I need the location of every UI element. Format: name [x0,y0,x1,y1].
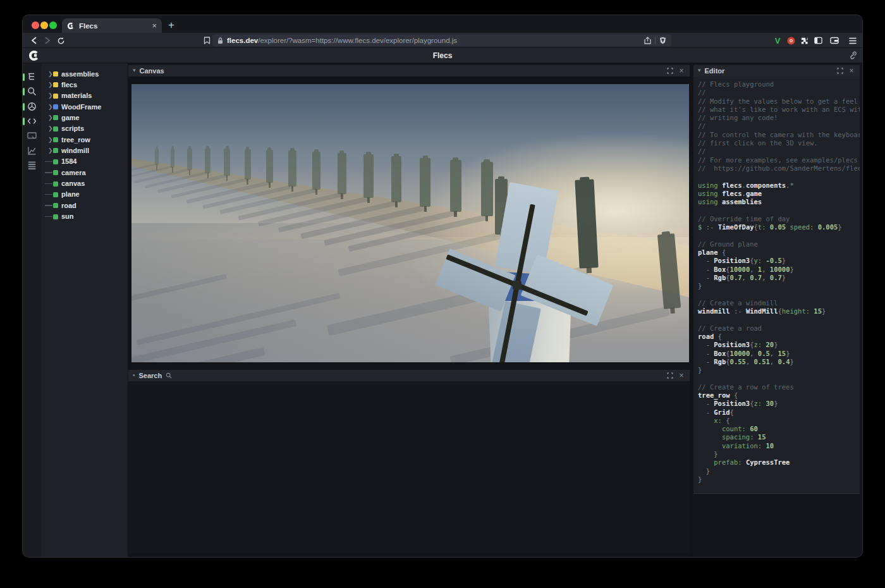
tree-item-1584[interactable]: 1584 [42,156,128,167]
minimize-window-button[interactable] [40,21,48,29]
queries-tool-icon[interactable] [27,161,38,171]
entity-color-swatch [53,214,58,219]
code-line: spacing: 15 [698,433,860,441]
sidebar-toggle-icon[interactable] [813,35,823,46]
cypress-tree [363,154,373,198]
code-line: prefab: CypressTree [698,458,860,467]
code-line: // To control the camera with the keyboa… [698,131,860,139]
editor-panel-header: ▾ Editor × [693,65,860,77]
browser-tab[interactable]: Flecs × [62,18,162,33]
extensions-puzzle-icon[interactable] [800,35,810,46]
url-bar-divider [655,37,656,44]
code-line: variation: 10 [698,442,860,450]
entity-color-swatch [53,94,58,99]
inspector-tool-icon[interactable] [27,132,38,142]
back-icon[interactable] [29,35,39,46]
tree-item-canvas[interactable]: canvas [42,178,128,189]
search-tool-icon[interactable] [27,87,38,97]
tree-item-scripts[interactable]: ❯scripts [42,123,128,134]
cypress-tree [288,150,296,186]
expand-arrow-icon[interactable]: ❯ [48,125,53,132]
code-line: // first click on the 3D view. [698,139,860,147]
brave-shield-icon[interactable] [659,37,666,44]
wallet-icon[interactable] [829,35,839,46]
tree-item-tree_row[interactable]: ❯tree_row [42,134,128,145]
tree-item-materials[interactable]: ❯materials [42,90,128,101]
code-editor[interactable]: // Flecs playground//// Modify the value… [693,77,860,494]
collapsed-bullet-icon[interactable]: • [133,372,135,379]
cypress-tree [450,160,461,212]
entity-label: flecs [61,81,77,89]
code-line: // writing any code! [698,114,860,122]
forward-icon[interactable] [42,35,52,46]
new-tab-button[interactable]: + [168,19,174,32]
code-line: using assemblies [698,198,860,206]
extension-v-icon[interactable]: V [772,35,783,46]
entity-label: game [61,114,80,121]
active-indicator [23,88,25,95]
expand-arrow-icon[interactable]: ❯ [48,104,53,110]
canvas-3d-view[interactable] [131,84,689,362]
search-panel-title: Search [139,372,162,379]
entity-label: plane [61,190,80,198]
expand-arrow-icon[interactable]: ❯ [48,71,53,77]
leaf-dash [45,194,52,195]
expand-arrow-icon[interactable]: ❯ [48,114,53,121]
code-line: - Position3{z: 20} [698,341,860,349]
share-icon[interactable] [644,37,651,44]
fullscreen-icon[interactable] [666,67,674,75]
url-bar[interactable]: flecs.dev/explorer/?wasm=https://www.fle… [212,35,671,46]
tree-item-windmill[interactable]: ❯windmill [42,145,128,156]
cypress-tree [481,162,493,216]
tree-item-camera[interactable]: camera [42,167,128,178]
scene-3d-tool-icon[interactable] [27,102,38,113]
close-icon[interactable]: × [678,67,685,75]
entity-label: camera [61,169,86,176]
code-line [698,315,860,324]
entity-label: 1584 [61,157,76,165]
expand-arrow-icon[interactable]: ❯ [48,82,53,88]
tree-item-game[interactable]: ❯game [42,112,128,123]
search-panel-header: • Search × [128,370,690,381]
cypress-tree [420,158,430,207]
tab-bar: Flecs × + [23,15,862,33]
cypress-tree [245,149,251,180]
tree-item-sun[interactable]: sun [42,211,128,222]
chevron-down-icon[interactable]: ▾ [133,67,136,73]
tree-item-flecs[interactable]: ❯flecs [42,79,128,90]
entities-tree-tool-icon[interactable] [27,72,38,83]
share-link-icon[interactable] [848,51,857,59]
tree-item-plane[interactable]: plane [42,189,128,200]
chevron-down-icon[interactable]: ▾ [698,67,701,73]
close-window-button[interactable] [32,21,39,29]
fullscreen-icon[interactable] [836,67,844,75]
editor-panel-title: Editor [705,67,725,75]
bookmark-icon[interactable] [202,35,212,46]
maximize-window-button[interactable] [49,21,57,29]
code-tool-icon[interactable] [27,116,38,127]
expand-arrow-icon[interactable]: ❯ [48,92,53,99]
leaf-dash [45,216,52,217]
tab-close-icon[interactable]: × [152,21,157,30]
tool-strip [23,63,42,557]
expand-arrow-icon[interactable]: ❯ [48,137,53,143]
leaf-dash [45,183,52,185]
tree-item-WoodFrame[interactable]: ❯WoodFrame [42,101,128,112]
tab-favicon-flecs-logo-icon [67,22,75,30]
statistics-tool-icon[interactable] [27,146,38,157]
entity-label: WoodFrame [61,103,101,111]
code-line: tree_row { [698,391,860,400]
expand-arrow-icon[interactable]: ❯ [48,147,53,154]
search-panel-body[interactable] [128,381,690,553]
lock-icon [217,37,223,44]
tree-item-assemblies[interactable]: ❯assemblies [42,68,128,79]
close-icon[interactable]: × [678,372,685,379]
reload-icon[interactable] [56,35,66,46]
entity-color-swatch [53,137,58,142]
tree-item-road[interactable]: road [42,200,128,211]
extension-red-icon[interactable] [786,35,796,46]
close-icon[interactable]: × [848,67,855,75]
menu-icon[interactable] [848,35,858,46]
code-line: - Rgb{0.7, 0.7, 0.7} [698,274,860,282]
fullscreen-icon[interactable] [666,372,674,379]
